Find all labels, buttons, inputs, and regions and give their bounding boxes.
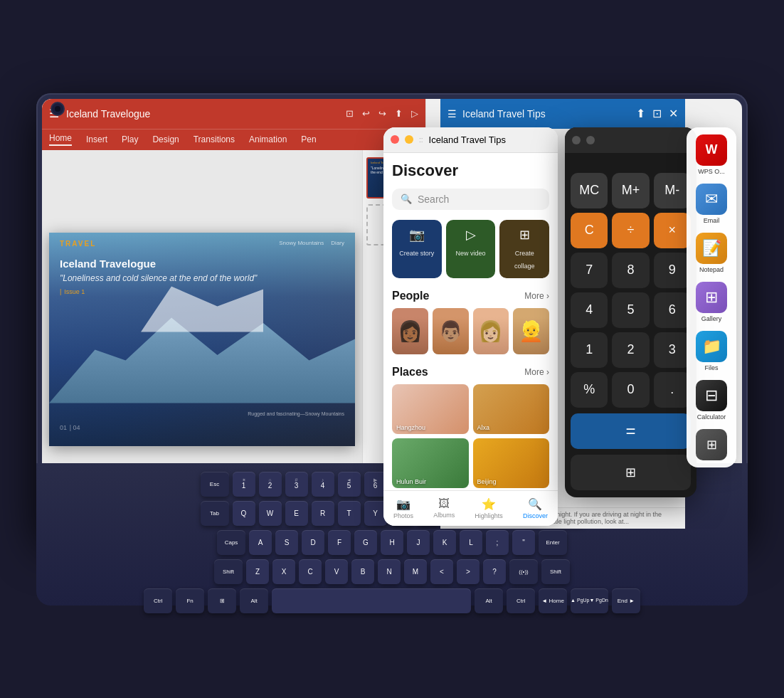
key-g[interactable]: G bbox=[354, 530, 377, 555]
key-e[interactable]: E bbox=[285, 501, 308, 526]
calc-clear[interactable]: C bbox=[571, 213, 608, 248]
calc-5[interactable]: 5 bbox=[612, 292, 649, 328]
calc-1[interactable]: 1 bbox=[571, 332, 608, 368]
key-z[interactable]: Z bbox=[246, 559, 269, 584]
ribbon-play[interactable]: Play bbox=[122, 134, 138, 144]
key-esc[interactable]: Esc bbox=[201, 472, 229, 497]
dock-item-email[interactable]: ✉ Email bbox=[696, 184, 727, 224]
key-x[interactable]: X bbox=[272, 559, 295, 584]
key-period[interactable]: > bbox=[457, 559, 480, 584]
key-home[interactable]: ◄ Home bbox=[539, 588, 567, 613]
key-r[interactable]: R bbox=[312, 501, 334, 526]
key-alt-right[interactable]: Alt bbox=[475, 588, 503, 613]
key-j[interactable]: J bbox=[407, 530, 430, 555]
key-v[interactable]: V bbox=[325, 559, 348, 584]
person-1[interactable]: 👩🏾 bbox=[392, 308, 428, 354]
calc-4[interactable]: 4 bbox=[571, 292, 608, 328]
new-video-card[interactable]: ▷ New video bbox=[446, 220, 496, 278]
person-4[interactable]: 👱 bbox=[513, 308, 549, 354]
key-f4[interactable]: ♪4 bbox=[312, 472, 334, 497]
create-story-card[interactable]: 📷 Create story bbox=[392, 220, 442, 278]
key-ctrl-right[interactable]: Ctrl bbox=[507, 588, 535, 613]
calc-6[interactable]: 6 bbox=[654, 292, 691, 328]
key-f2[interactable]: ☼2 bbox=[259, 472, 282, 497]
key-windows[interactable]: ⊞ bbox=[208, 588, 236, 613]
nav-discover[interactable]: 🔍 Discover bbox=[523, 497, 548, 519]
person-3[interactable]: 👩🏼 bbox=[473, 308, 509, 354]
calc-min[interactable] bbox=[586, 136, 595, 144]
ppt-icon-undo[interactable]: ↩ bbox=[362, 108, 370, 119]
key-w[interactable]: W bbox=[259, 501, 282, 526]
key-enter[interactable]: Enter bbox=[539, 530, 567, 555]
create-collage-card[interactable]: ⊞ Create collage bbox=[499, 220, 549, 278]
calc-mplus[interactable]: M+ bbox=[612, 173, 649, 208]
nav-albums[interactable]: 🖼 Albums bbox=[433, 497, 455, 519]
search-bar[interactable]: 🔍 Search bbox=[392, 189, 549, 210]
key-shift-right[interactable]: Shift bbox=[541, 559, 570, 584]
key-f[interactable]: F bbox=[328, 530, 351, 555]
key-a[interactable]: A bbox=[249, 530, 272, 555]
calc-3[interactable]: 3 bbox=[654, 332, 691, 368]
key-tab[interactable]: Tab bbox=[201, 501, 229, 526]
calc-2[interactable]: 2 bbox=[612, 332, 649, 368]
dock-item-wps[interactable]: W WPS O... bbox=[696, 134, 727, 175]
ppt-icon-present[interactable]: ▷ bbox=[411, 108, 418, 119]
ribbon-transitions[interactable]: Transitions bbox=[194, 134, 235, 144]
key-space[interactable] bbox=[272, 588, 471, 613]
place-alxa[interactable]: Alxa bbox=[473, 384, 550, 434]
key-comma[interactable]: < bbox=[430, 559, 453, 584]
key-c[interactable]: C bbox=[299, 559, 322, 584]
key-slash[interactable]: ? bbox=[483, 559, 506, 584]
person-2[interactable]: 👨🏽 bbox=[433, 308, 469, 354]
calc-dot[interactable]: . bbox=[654, 372, 691, 408]
key-ctrl-left[interactable]: Ctrl bbox=[144, 588, 172, 613]
nav-photos[interactable]: 📷 Photos bbox=[393, 497, 413, 519]
ribbon-insert[interactable]: Insert bbox=[86, 134, 107, 144]
dock-item-gallery[interactable]: ⊞ Gallery bbox=[696, 282, 727, 322]
photos-content[interactable]: Discover 🔍 Search 📷 Create story ▷ New v… bbox=[383, 153, 558, 490]
calc-percent[interactable]: % bbox=[571, 372, 608, 408]
ppt-icon-redo[interactable]: ↪ bbox=[378, 108, 386, 119]
nav-highlights[interactable]: ⭐ Highlights bbox=[475, 497, 503, 519]
key-k[interactable]: K bbox=[433, 530, 456, 555]
calc-9[interactable]: 9 bbox=[654, 253, 691, 288]
calc-mc[interactable]: MC bbox=[571, 173, 608, 208]
key-d[interactable]: D bbox=[302, 530, 324, 555]
key-quote[interactable]: " bbox=[512, 530, 535, 555]
ppt-slide[interactable]: TRAVEL Snowy Mountains Diary Iceland Tra… bbox=[49, 233, 355, 446]
ribbon-home[interactable]: Home bbox=[49, 133, 72, 146]
key-shift-left[interactable]: Shift bbox=[214, 559, 243, 584]
ribbon-pen[interactable]: Pen bbox=[301, 134, 316, 144]
key-f5[interactable]: ◄5 bbox=[338, 472, 361, 497]
key-semicolon[interactable]: ; bbox=[486, 530, 509, 555]
key-fn[interactable]: Fn bbox=[176, 588, 204, 613]
place-hangzhou[interactable]: Hangzhou bbox=[392, 384, 469, 434]
key-l[interactable]: L bbox=[460, 530, 482, 555]
calc-0[interactable]: 0 bbox=[612, 372, 649, 408]
key-h[interactable]: H bbox=[381, 530, 403, 555]
calc-multiply[interactable]: × bbox=[654, 213, 691, 248]
key-m[interactable]: M bbox=[404, 559, 427, 584]
dock-item-files[interactable]: 📁 Files bbox=[696, 331, 727, 371]
calc-equals[interactable]: = bbox=[571, 413, 691, 449]
travel-share-icon[interactable]: ⬆ bbox=[636, 107, 645, 120]
key-caps[interactable]: Caps bbox=[217, 530, 245, 555]
ribbon-animation[interactable]: Animation bbox=[249, 134, 287, 144]
calc-divide[interactable]: ÷ bbox=[612, 213, 649, 248]
key-s[interactable]: S bbox=[275, 530, 298, 555]
close-button[interactable] bbox=[391, 135, 399, 144]
calc-8[interactable]: 8 bbox=[612, 253, 649, 288]
calc-7[interactable]: 7 bbox=[571, 253, 608, 288]
ppt-icon-1[interactable]: ⊡ bbox=[346, 108, 354, 119]
travel-close-icon[interactable]: ✕ bbox=[669, 107, 678, 120]
dock-item-calculator[interactable]: ⊟ Calculator bbox=[696, 380, 727, 421]
ppt-icon-share[interactable]: ⬆ bbox=[395, 108, 403, 119]
calc-close[interactable] bbox=[572, 136, 581, 144]
key-f1[interactable]: ✶1 bbox=[233, 472, 255, 497]
key-t[interactable]: T bbox=[338, 501, 361, 526]
calc-grid[interactable]: ⊞ bbox=[571, 455, 691, 490]
people-more[interactable]: More bbox=[524, 291, 549, 301]
travel-menu-icon[interactable]: ☰ bbox=[447, 108, 457, 120]
key-n[interactable]: N bbox=[378, 559, 401, 584]
key-end[interactable]: End ► bbox=[612, 588, 640, 613]
